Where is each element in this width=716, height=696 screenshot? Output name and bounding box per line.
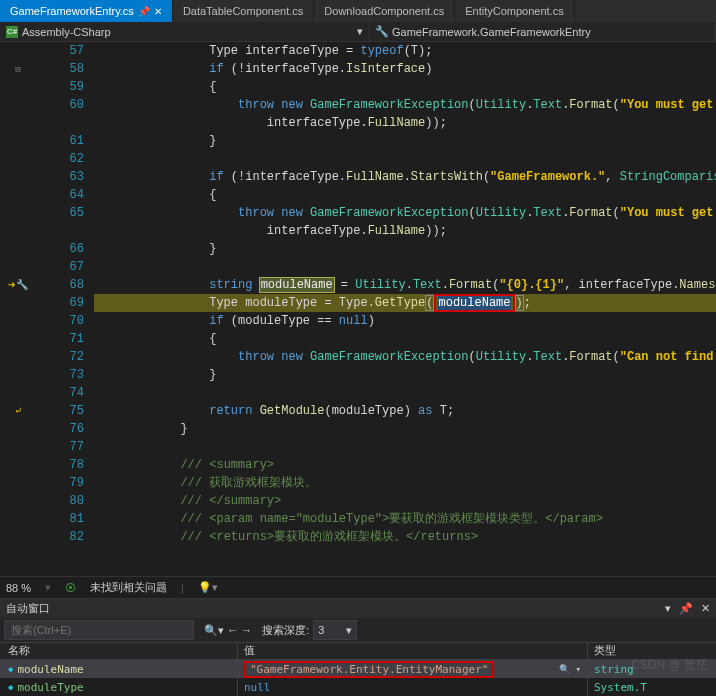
line-number-gutter: 575859 606162 636465 666768 697071 72737… bbox=[36, 42, 94, 576]
code-line: } bbox=[94, 240, 716, 258]
code-line: Type interfaceType = typeof(T); bbox=[94, 42, 716, 60]
tab-datatablecomponent[interactable]: DataTableComponent.cs bbox=[173, 0, 314, 22]
pin-icon[interactable]: 📌 bbox=[679, 602, 693, 615]
close-icon[interactable]: ✕ bbox=[154, 6, 162, 17]
lightbulb-icon[interactable]: 💡▾ bbox=[198, 581, 218, 594]
auto-window-title: 自动窗口 bbox=[6, 601, 50, 616]
search-depth-label: 搜索深度: bbox=[262, 623, 309, 638]
watch-var-type: System.T bbox=[594, 681, 647, 694]
tab-label: DownloadComponent.cs bbox=[324, 5, 444, 17]
code-line: /// </summary> bbox=[94, 492, 716, 510]
code-line: /// <param name="moduleType">要获取的游戏框架模块类… bbox=[94, 510, 716, 528]
breadcrumb-namespace-label: GameFramework.GameFrameworkEntry bbox=[392, 26, 591, 38]
tab-label: DataTableComponent.cs bbox=[183, 5, 303, 17]
code-line: if (moduleType == null) bbox=[94, 312, 716, 330]
code-line bbox=[94, 384, 716, 402]
code-line: { bbox=[94, 186, 716, 204]
chevron-down-icon: ▾ bbox=[346, 624, 352, 637]
breadcrumb-namespace[interactable]: 🔧 GameFramework.GameFrameworkEntry bbox=[370, 22, 716, 41]
search-dropdown-icon[interactable]: 🔍▾ ← → bbox=[204, 624, 252, 637]
tab-gameframeworkentry[interactable]: GameFrameworkEntry.cs 📌 ✕ bbox=[0, 0, 173, 22]
code-line: if (!interfaceType.IsInterface) bbox=[94, 60, 716, 78]
tab-entitycomponent[interactable]: EntityComponent.cs bbox=[455, 0, 574, 22]
code-line: throw new GameFrameworkException(Utility… bbox=[94, 348, 716, 366]
editor-tabs: GameFrameworkEntry.cs 📌 ✕ DataTableCompo… bbox=[0, 0, 716, 22]
zoom-level[interactable]: 88 % bbox=[6, 582, 31, 594]
search-depth-select[interactable]: 3 ▾ bbox=[313, 620, 357, 640]
editor-status-bar: 88 % ▾ ⦿ 未找到相关问题 | 💡▾ bbox=[0, 576, 716, 598]
watch-var-value: "GameFramework.Entity.EntityManager" bbox=[250, 663, 488, 676]
variable-icon: ◆ bbox=[8, 664, 13, 674]
watch-grid-header: 名称 值 类型 bbox=[0, 642, 716, 660]
watch-var-type: string bbox=[594, 663, 634, 676]
close-icon[interactable]: ✕ bbox=[701, 602, 710, 615]
code-line: throw new GameFrameworkException(Utility… bbox=[94, 204, 716, 222]
breadcrumb-assembly[interactable]: C# Assembly-CSharp ▾ bbox=[0, 22, 370, 41]
code-line bbox=[94, 438, 716, 456]
watch-var-value: null bbox=[244, 681, 271, 694]
code-line bbox=[94, 150, 716, 168]
code-line bbox=[94, 258, 716, 276]
code-line: } bbox=[94, 132, 716, 150]
glyph-margin: ⊟ ➜🔧 ⤶ bbox=[0, 42, 36, 576]
code-line: string moduleName = Utility.Text.Format(… bbox=[94, 276, 716, 294]
variable-icon: ◆ bbox=[8, 682, 13, 692]
code-content[interactable]: Type interfaceType = typeof(T); if (!int… bbox=[94, 42, 716, 576]
code-line: interfaceType.FullName)); bbox=[94, 114, 716, 132]
watch-search-row: 🔍▾ ← → 搜索深度: 3 ▾ bbox=[0, 618, 716, 642]
value-visualizer-icon[interactable]: 🔍 ▾ bbox=[559, 664, 587, 674]
tab-label: GameFrameworkEntry.cs bbox=[10, 5, 134, 17]
chevron-down-icon[interactable]: ▾ bbox=[357, 25, 363, 38]
watch-column-value[interactable]: 值 bbox=[238, 643, 588, 659]
watch-row[interactable]: ◆ moduleName "GameFramework.Entity.Entit… bbox=[0, 660, 716, 678]
code-line: } bbox=[94, 366, 716, 384]
execution-pointer-icon: ➜ bbox=[8, 278, 15, 293]
code-line: { bbox=[94, 330, 716, 348]
watch-column-type[interactable]: 类型 bbox=[588, 643, 716, 659]
chevron-down-icon[interactable]: ▾ bbox=[45, 581, 51, 594]
fold-icon[interactable]: ⊟ bbox=[15, 64, 20, 75]
watch-var-name: moduleName bbox=[17, 663, 83, 676]
pin-icon[interactable]: 📌 bbox=[138, 6, 150, 17]
code-line: /// 获取游戏框架模块。 bbox=[94, 474, 716, 492]
watch-var-name: moduleType bbox=[17, 681, 83, 694]
watch-column-name[interactable]: 名称 bbox=[0, 643, 238, 659]
csharp-icon: C# bbox=[6, 26, 18, 38]
watch-row[interactable]: ◆ moduleType null System.T bbox=[0, 678, 716, 696]
search-input[interactable] bbox=[4, 620, 194, 640]
breadcrumb-bar: C# Assembly-CSharp ▾ 🔧 GameFramework.Gam… bbox=[0, 22, 716, 42]
return-arrow-icon: ⤶ bbox=[14, 405, 22, 417]
tab-label: EntityComponent.cs bbox=[465, 5, 563, 17]
code-line: throw new GameFrameworkException(Utility… bbox=[94, 96, 716, 114]
tab-downloadcomponent[interactable]: DownloadComponent.cs bbox=[314, 0, 455, 22]
code-line: /// <returns>要获取的游戏框架模块。</returns> bbox=[94, 528, 716, 546]
code-line-current: Type moduleType = Type.GetType(moduleNam… bbox=[94, 294, 716, 312]
issues-status: 未找到相关问题 bbox=[90, 580, 167, 595]
search-depth-value: 3 bbox=[318, 624, 324, 636]
code-line: { bbox=[94, 78, 716, 96]
ok-icon: ⦿ bbox=[65, 582, 76, 594]
breadcrumb-assembly-label: Assembly-CSharp bbox=[22, 26, 111, 38]
window-menu-icon[interactable]: ▾ bbox=[665, 602, 671, 615]
code-line: } bbox=[94, 420, 716, 438]
wrench-icon: 🔧 bbox=[376, 26, 388, 38]
code-line: /// <summary> bbox=[94, 456, 716, 474]
auto-window-titlebar: 自动窗口 ▾ 📌 ✕ bbox=[0, 598, 716, 618]
code-line: if (!interfaceType.FullName.StartsWith("… bbox=[94, 168, 716, 186]
code-line: interfaceType.FullName)); bbox=[94, 222, 716, 240]
code-editor[interactable]: ⊟ ➜🔧 ⤶ 575859 606162 636465 666768 69707… bbox=[0, 42, 716, 576]
lightbulb-icon[interactable]: 🔧 bbox=[16, 279, 28, 291]
code-line: return GetModule(moduleType) as T; bbox=[94, 402, 716, 420]
